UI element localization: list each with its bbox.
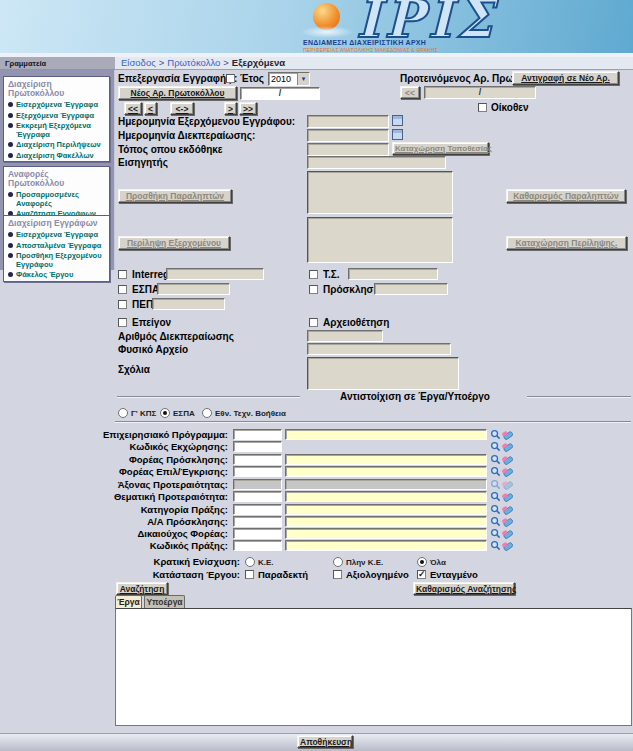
clear-field-icon[interactable] — [502, 466, 513, 477]
clear-field-icon[interactable] — [502, 516, 513, 527]
new-protocol-number-button[interactable]: Νέος Αρ. Πρωτοκόλλου — [118, 86, 237, 100]
state-aid-radio-ola[interactable] — [417, 557, 427, 567]
search-icon[interactable] — [490, 429, 501, 440]
calendar-icon[interactable] — [392, 129, 403, 140]
espa-input[interactable] — [157, 283, 230, 295]
state-aid-radio-ke[interactable] — [245, 557, 255, 567]
tab-ypoerga[interactable]: Υποέργα — [144, 595, 185, 608]
search-icon[interactable] — [490, 516, 501, 527]
approval-authority-input[interactable] — [285, 466, 487, 477]
search-icon[interactable] — [490, 504, 501, 515]
clear-field-icon[interactable] — [502, 504, 513, 515]
sidebar-item-outgoing-protocol[interactable]: Εξερχόμενα Έγγραφα — [4, 111, 109, 122]
sidebar-item-incoming-protocol[interactable]: Εισερχόμενα Έγγραφα — [4, 100, 109, 111]
pep-input[interactable] — [152, 298, 225, 310]
outgoing-date-input[interactable] — [307, 115, 389, 128]
search-icon[interactable] — [490, 491, 501, 502]
save-button[interactable]: Αποθήκευση — [297, 735, 353, 748]
search-button[interactable]: Αναζήτηση — [116, 582, 168, 595]
protocol-number-input[interactable]: / — [240, 87, 320, 100]
comments-textarea[interactable] — [307, 357, 459, 390]
clear-field-icon[interactable] — [502, 454, 513, 465]
dispatch-number-input[interactable] — [307, 330, 383, 342]
clear-field-icon[interactable] — [502, 441, 513, 452]
action-code-input[interactable] — [285, 540, 487, 551]
physical-file-input[interactable] — [307, 343, 451, 355]
status-entagmeno-checkbox[interactable] — [417, 570, 426, 579]
action-category-code-input[interactable] — [233, 504, 282, 515]
radio-espa[interactable] — [160, 408, 170, 418]
prosklisi-checkbox[interactable] — [309, 285, 318, 294]
recipients-textarea[interactable] — [307, 171, 453, 214]
breadcrumb-link-eisodos[interactable]: Είσοδος — [121, 57, 156, 68]
calendar-icon[interactable] — [392, 115, 403, 126]
sidebar-item-project-folder[interactable]: Φάκελος Έργου — [4, 270, 109, 281]
action-code-code-input[interactable] — [233, 540, 282, 551]
archive-label: Αρχειοθέτηση — [323, 317, 389, 329]
clear-field-icon[interactable] — [502, 429, 513, 440]
app-header: ΙΡΙΣ ΕΝΔΙΑΜΕΣΗ ΔΙΑΧΕΙΡΙΣΤΙΚΗ ΑΡΧΗ ΠΕΡΙΦΕ… — [0, 0, 633, 53]
search-icon[interactable] — [490, 528, 501, 539]
interreg-checkbox[interactable] — [118, 270, 127, 279]
summary-textarea[interactable] — [307, 217, 453, 263]
nav-last-button[interactable]: >> — [239, 102, 257, 115]
radio-gkps[interactable] — [118, 408, 128, 418]
sidebar-item-doc-add-outgoing[interactable]: Προσθήκη Εξερχομένου Εγγράφου — [4, 251, 109, 270]
op-programme-code-input[interactable] — [233, 429, 282, 440]
beneficiary-code-input[interactable] — [233, 528, 282, 539]
clear-field-icon[interactable] — [502, 491, 513, 502]
assignment-code-input[interactable] — [233, 441, 282, 452]
pep-label: ΠΕΠ — [132, 299, 153, 311]
nav-first-button[interactable]: << — [124, 102, 142, 115]
beneficiary-input[interactable] — [285, 528, 487, 539]
year-select[interactable]: 2010 ▼ — [268, 72, 310, 86]
search-icon[interactable] — [490, 454, 501, 465]
search-icon[interactable] — [490, 441, 501, 452]
sidebar-item-custom-reports[interactable]: Προσαρμοσμένες Αναφορές — [4, 190, 109, 209]
urgent-checkbox[interactable] — [118, 318, 127, 327]
rapporteur-input[interactable] — [307, 156, 446, 169]
oikothen-checkbox[interactable] — [478, 103, 487, 112]
breadcrumb-link-protokollo[interactable]: Πρωτόκολλο — [167, 57, 220, 68]
thematic-priority-code-input[interactable] — [233, 491, 282, 502]
results-listbox[interactable] — [115, 608, 632, 726]
espa-checkbox[interactable] — [118, 285, 127, 294]
processing-date-input[interactable] — [307, 129, 389, 142]
sidebar-item-pending-outgoing[interactable]: Εκκρεμή Εξερχόμενα Έγγραφα — [4, 121, 109, 140]
state-aid-radio-plin-ke[interactable] — [333, 557, 343, 567]
prosklisi-input[interactable] — [374, 283, 448, 295]
call-serial-code-input[interactable] — [233, 516, 282, 527]
call-authority-input[interactable] — [285, 454, 487, 465]
search-icon[interactable] — [490, 540, 501, 551]
clear-field-icon[interactable] — [502, 528, 513, 539]
action-category-input[interactable] — [285, 504, 487, 515]
call-authority-code-input[interactable] — [233, 454, 282, 465]
ts-input[interactable] — [348, 268, 438, 280]
clear-field-icon[interactable] — [502, 540, 513, 551]
interreg-input[interactable] — [166, 268, 264, 280]
clear-search-button[interactable]: Καθαρισμός Αναζήτησης — [413, 582, 515, 595]
status-paradekti-checkbox[interactable] — [245, 570, 254, 579]
tab-erga[interactable]: Έργα — [115, 595, 142, 608]
sidebar-item-doc-sent[interactable]: Αποσταλμένα Έγγραφα — [4, 241, 109, 252]
ts-checkbox[interactable] — [309, 270, 318, 279]
sidebar-item-doc-incoming[interactable]: Εισερχόμενα Έγγραφα — [4, 230, 109, 241]
place-issued-input[interactable] — [307, 143, 389, 156]
nav-next-button[interactable]: > — [224, 102, 237, 115]
edit-record-checkbox[interactable] — [226, 74, 235, 83]
sidebar-item-summaries[interactable]: Διαχείριση Περιλήψεων — [4, 140, 109, 151]
call-serial-input[interactable] — [285, 516, 487, 527]
archive-checkbox[interactable] — [309, 318, 318, 327]
pep-checkbox[interactable] — [118, 300, 127, 309]
thematic-priority-input[interactable] — [285, 491, 487, 502]
sidebar-item-folders[interactable]: Διαχείριση Φακέλλων — [4, 151, 109, 162]
approval-authority-code-input[interactable] — [233, 466, 282, 477]
copy-to-new-number-button[interactable]: Αντιγραφή σε Νέο Αρ. — [512, 71, 619, 85]
status-axiologimeno-checkbox[interactable] — [333, 570, 342, 579]
op-programme-input[interactable] — [285, 429, 487, 440]
nav-swap-button[interactable]: <-> — [170, 102, 194, 115]
chevron-down-icon[interactable]: ▼ — [297, 73, 309, 85]
radio-ethn-texn-voithia[interactable] — [202, 408, 212, 418]
search-icon[interactable] — [490, 466, 501, 477]
nav-prev-button[interactable]: < — [144, 102, 157, 115]
